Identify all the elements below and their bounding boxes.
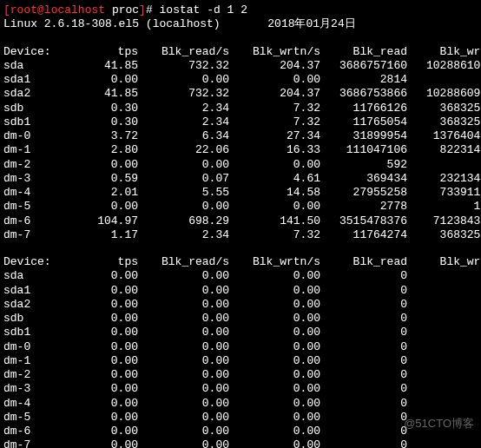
- cell-blk-wrtn: 36832553: [407, 115, 481, 129]
- cell-blk-read: 11765054: [320, 115, 407, 129]
- cell-tps: 41.85: [64, 59, 138, 73]
- cell-blk-read: 0: [320, 298, 407, 312]
- cell-tps: 0.00: [64, 411, 138, 425]
- col-blk-wrtn-s: Blk_wrtn/s: [229, 255, 320, 269]
- cell-blk-read: 0: [320, 411, 407, 425]
- device-row: sda241.85732.32204.373686753866102886095…: [3, 87, 478, 101]
- cell-blk-read: 0: [320, 269, 407, 283]
- shell-prompt-line[interactable]: [root@localhost proc]# iostat -d 1 2: [3, 3, 478, 17]
- cell-blk-wrtn-s: 16.33: [229, 143, 320, 157]
- cell-tps: 41.85: [64, 87, 138, 101]
- cell-blk-wrtn: 144: [407, 200, 481, 214]
- cell-blk-read: 0: [320, 438, 407, 448]
- prompt-open-bracket: [: [3, 3, 10, 16]
- kernel-info-line: Linux 2.6.18-308.el5 (localhost) 2018年01…: [3, 17, 478, 31]
- cell-blk-read: 369434: [320, 172, 407, 186]
- device-row: sda41.85732.32204.3736867571601028861028: [3, 59, 478, 73]
- cell-device: sdb1: [3, 326, 64, 339]
- cell-blk-wrtn: 0: [407, 354, 481, 368]
- cell-tps: 2.80: [64, 143, 138, 157]
- blank-line: [3, 32, 478, 45]
- cell-blk-read-s: 0.00: [138, 200, 229, 214]
- cell-blk-wrtn: 76: [407, 73, 481, 87]
- cell-device: dm-5: [3, 411, 64, 425]
- cell-blk-wrtn-s: 0.00: [229, 340, 320, 354]
- cell-device: sda2: [3, 87, 64, 101]
- cell-blk-read: 0: [320, 284, 407, 298]
- cell-blk-wrtn-s: 0.00: [229, 158, 320, 172]
- prompt-host: localhost: [44, 3, 105, 16]
- cell-blk-read: 11764274: [320, 228, 407, 242]
- cell-blk-wrtn: 0: [407, 340, 481, 354]
- cell-blk-wrtn: 36832553: [407, 102, 481, 115]
- cell-device: dm-3: [3, 172, 64, 186]
- cell-blk-read-s: 698.29: [138, 214, 229, 228]
- cell-blk-read-s: 0.00: [138, 312, 229, 326]
- device-row: dm-30.000.000.0000: [3, 382, 478, 396]
- cell-device: dm-3: [3, 382, 64, 396]
- device-row: sda20.000.000.0000: [3, 298, 478, 312]
- cell-blk-read-s: 0.00: [138, 158, 229, 172]
- cell-blk-wrtn: 0: [407, 269, 481, 283]
- cell-device: sdb: [3, 312, 64, 326]
- device-row: sdb0.000.000.0000: [3, 312, 478, 326]
- device-row: dm-40.000.000.0000: [3, 397, 478, 411]
- cell-blk-read-s: 732.32: [138, 87, 229, 101]
- cell-blk-wrtn: 0: [407, 298, 481, 312]
- cell-blk-wrtn: 73391112: [407, 186, 481, 200]
- cell-device: sda1: [3, 73, 64, 87]
- iostat-output: Device:tpsBlk_read/sBlk_wrtn/sBlk_readBl…: [3, 45, 478, 449]
- cell-blk-read-s: 0.00: [138, 284, 229, 298]
- cell-blk-wrtn-s: 0.00: [229, 411, 320, 425]
- cell-blk-read-s: 5.55: [138, 186, 229, 200]
- cell-blk-read-s: 2.34: [138, 228, 229, 242]
- col-blk-wrtn: Blk_wrtn: [407, 255, 481, 269]
- device-row: dm-50.000.000.002778144: [3, 200, 478, 214]
- cell-device: sda2: [3, 298, 64, 312]
- cell-blk-read: 2778: [320, 200, 407, 214]
- cell-tps: 0.00: [64, 326, 138, 339]
- cell-blk-read-s: 0.00: [138, 438, 229, 448]
- cell-device: sda: [3, 269, 64, 283]
- col-device: Device:: [3, 255, 64, 269]
- device-row: sda0.000.000.0000: [3, 269, 478, 283]
- cell-tps: 0.59: [64, 172, 138, 186]
- cell-blk-wrtn: 0: [407, 284, 481, 298]
- cell-blk-read: 11766126: [320, 102, 407, 115]
- cell-blk-wrtn: 0: [407, 397, 481, 411]
- device-row: sdb0.302.347.321176612636832553: [3, 102, 478, 115]
- cell-tps: 0.00: [64, 438, 138, 448]
- device-row: dm-00.000.000.0000: [3, 340, 478, 354]
- col-tps: tps: [64, 45, 138, 59]
- cell-device: dm-1: [3, 354, 64, 368]
- cell-tps: 0.00: [64, 158, 138, 172]
- kernel-machine: (localhost): [146, 17, 221, 30]
- cell-tps: 0.00: [64, 397, 138, 411]
- device-row: sdb10.000.000.0000: [3, 326, 478, 339]
- cell-tps: 104.97: [64, 214, 138, 228]
- device-row: dm-12.8022.0616.3311104710682231424: [3, 143, 478, 157]
- cell-tps: 0.30: [64, 102, 138, 115]
- cell-tps: 1.17: [64, 228, 138, 242]
- prompt-cwd: proc: [112, 3, 139, 16]
- cell-blk-wrtn-s: 0.00: [229, 425, 320, 438]
- device-row: dm-71.172.347.321176427436832553: [3, 228, 478, 242]
- cell-blk-wrtn-s: 0.00: [229, 368, 320, 382]
- device-row: dm-42.015.5514.582795525873391112: [3, 186, 478, 200]
- col-blk-read-s: Blk_read/s: [138, 255, 229, 269]
- col-blk-wrtn-s: Blk_wrtn/s: [229, 45, 320, 59]
- col-blk-read-s: Blk_read/s: [138, 45, 229, 59]
- cell-blk-wrtn-s: 0.00: [229, 312, 320, 326]
- cell-tps: 0.00: [64, 354, 138, 368]
- cell-blk-read-s: 0.00: [138, 368, 229, 382]
- cell-blk-wrtn-s: 141.50: [229, 214, 320, 228]
- cell-blk-wrtn: 137640456: [407, 129, 481, 143]
- cell-blk-read: 0: [320, 368, 407, 382]
- cell-blk-read-s: 2.34: [138, 102, 229, 115]
- cell-blk-wrtn: 1028860952: [407, 87, 481, 101]
- cell-blk-read-s: 22.06: [138, 143, 229, 157]
- cell-blk-read-s: 0.07: [138, 172, 229, 186]
- cell-blk-read: 2814: [320, 73, 407, 87]
- kernel-date: 2018年01月24日: [267, 17, 355, 30]
- cell-blk-wrtn: 0: [407, 382, 481, 396]
